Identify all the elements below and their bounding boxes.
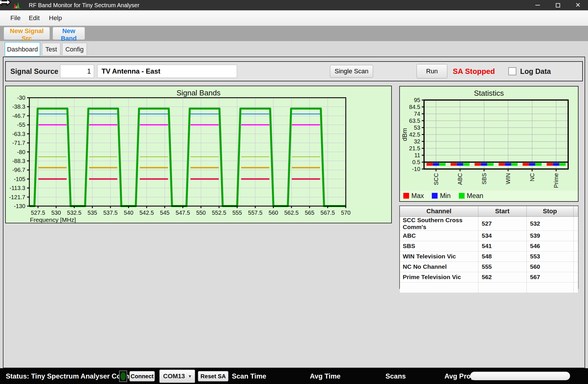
svg-text:557.5: 557.5: [248, 210, 262, 216]
avg-time-label: Avg Time: [310, 368, 341, 384]
svg-text:540: 540: [124, 210, 133, 216]
cell-start: 562: [478, 272, 526, 282]
cell-stop: 532: [526, 216, 573, 231]
svg-text:11: 11: [414, 152, 420, 158]
single-scan-button[interactable]: Single Scan: [330, 65, 373, 78]
svg-text:-88.3: -88.3: [12, 158, 25, 164]
signal-source-label: Signal Source: [10, 62, 58, 81]
menu-edit[interactable]: Edit: [27, 10, 41, 26]
cell-stop: 560: [526, 262, 573, 272]
svg-text:537.5: 537.5: [103, 210, 118, 216]
svg-text:-30: -30: [17, 95, 25, 101]
signal-source-id-input[interactable]: [60, 65, 94, 78]
legend-max-swatch: [403, 193, 409, 199]
minimize-icon: [535, 5, 540, 5]
header-stop: Stop: [526, 206, 573, 216]
led-indicator-icon: [121, 372, 126, 380]
svg-text:63.5: 63.5: [409, 118, 420, 124]
svg-text:53: 53: [414, 124, 420, 131]
svg-text:Prime: Prime: [553, 173, 559, 188]
mouse-cursor-icon: [0, 0, 16, 13]
window-title: RF Band Monitor for Tiny Sectrum Analyse…: [29, 0, 140, 10]
svg-text:532.5: 532.5: [67, 210, 81, 216]
com-port-select[interactable]: COM13 ▼: [159, 370, 195, 383]
svg-text:555: 555: [232, 210, 242, 216]
app-window: RF Band Monitor for Tiny Sectrum Analyse…: [0, 0, 588, 384]
new-signal-src-button[interactable]: New Signal Src: [4, 27, 50, 40]
svg-text:552.5: 552.5: [212, 210, 226, 216]
svg-text:535: 535: [87, 210, 97, 216]
svg-text:567.5: 567.5: [320, 210, 335, 216]
svg-text:WIN: WIN: [505, 173, 511, 184]
svg-text:550: 550: [196, 210, 206, 216]
tab-config[interactable]: Config: [62, 43, 87, 56]
menu-help[interactable]: Help: [47, 10, 64, 26]
svg-text:-10: -10: [412, 166, 420, 172]
dashboard-content: Signal Source Single Scan Run SA Stopped…: [3, 57, 585, 368]
svg-text:527.5: 527.5: [31, 210, 45, 216]
svg-text:-130: -130: [14, 203, 25, 209]
run-button[interactable]: Run: [417, 64, 447, 78]
legend-entry-min: Min: [432, 192, 450, 200]
connection-led: [119, 370, 127, 382]
cell-stop: 546: [526, 241, 573, 251]
svg-text:560: 560: [269, 210, 278, 216]
cell-channel: ABC: [400, 231, 478, 241]
svg-text:-38.3: -38.3: [12, 103, 25, 110]
legend-min-swatch: [432, 193, 438, 199]
cell-channel: WIN Television Vic: [400, 251, 478, 262]
legend-min-label: Min: [440, 192, 450, 200]
title-bar: RF Band Monitor for Tiny Sectrum Analyse…: [0, 0, 588, 10]
statistics-chart-panel: Statistics 9584.57463.55342.53221.5110.5…: [399, 86, 579, 202]
cell-start: 527: [478, 216, 526, 231]
cell-start: 541: [478, 241, 526, 251]
scans-label: Scans: [385, 368, 406, 384]
cell-start: 548: [478, 251, 526, 262]
signal-bands-chart-panel: Signal Bands -30-38.3-46.7-55-63.3-71.7-…: [5, 86, 392, 223]
signal-source-name-input[interactable]: [97, 65, 237, 78]
header-spacer: [573, 206, 578, 216]
close-button[interactable]: ✕: [569, 0, 587, 10]
new-band-button[interactable]: New Band: [53, 27, 85, 40]
minimize-button[interactable]: [529, 0, 547, 10]
table-row[interactable]: NC No Channel 555 560: [400, 262, 578, 272]
svg-text:570: 570: [341, 210, 350, 216]
svg-text:-113.3: -113.3: [9, 185, 25, 191]
table-row[interactable]: Prime Television Vic 562 567: [400, 272, 578, 282]
svg-text:-80: -80: [17, 149, 25, 155]
svg-text:-63.3: -63.3: [12, 131, 25, 137]
tab-test[interactable]: Test: [42, 43, 60, 56]
svg-text:ABC: ABC: [457, 173, 463, 185]
svg-text:dBm: dBm: [401, 128, 408, 141]
table-row[interactable]: SBS 541 546: [400, 241, 578, 251]
svg-text:84.5: 84.5: [409, 104, 420, 110]
reset-sa-button[interactable]: Reset SA: [198, 371, 228, 381]
table-header-row: Channel Start Stop: [400, 206, 578, 216]
tab-dashboard[interactable]: Dashboard: [5, 42, 40, 57]
svg-text:42.5: 42.5: [409, 131, 420, 138]
svg-text:-105: -105: [14, 176, 25, 182]
svg-text:74: 74: [414, 111, 420, 117]
table-row-empty: [400, 282, 578, 293]
signal-bands-plot: -30-38.3-46.7-55-63.3-71.7-80-88.3-96.7-…: [6, 86, 392, 224]
statistics-plot: 9584.57463.55342.53221.5110.5-10SCCABCSB…: [400, 87, 579, 202]
table-row[interactable]: ABC 534 539: [400, 231, 578, 241]
svg-text:SBS: SBS: [481, 173, 487, 185]
scan-time-label: Scan Time: [232, 368, 266, 384]
avg-progress-bar: [470, 372, 570, 380]
chevron-down-icon: ▼: [188, 370, 192, 383]
header-channel: Channel: [400, 206, 478, 216]
status-bar: Status: Tiny Spectrum Analyser Connected…: [0, 368, 588, 384]
svg-text:-71.7: -71.7: [12, 140, 25, 146]
table-row[interactable]: SCC Southern Cross Comm's 527 532: [400, 216, 578, 231]
svg-text:-121.7: -121.7: [9, 194, 25, 200]
cell-channel: NC No Channel: [400, 262, 478, 272]
cell-stop: 567: [526, 272, 573, 282]
connect-button[interactable]: Connect: [129, 371, 155, 381]
log-data-checkbox[interactable]: [508, 67, 516, 75]
svg-text:565: 565: [305, 210, 314, 216]
cell-start: 555: [478, 262, 526, 272]
table-row[interactable]: WIN Television Vic 548 553: [400, 251, 578, 262]
sa-status-text: SA Stopped: [453, 62, 495, 81]
maximize-button[interactable]: [549, 0, 567, 10]
